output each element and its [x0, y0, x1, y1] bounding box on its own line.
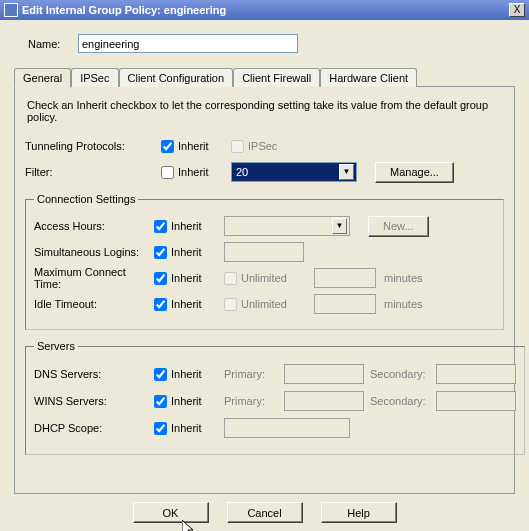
ok-button[interactable]: OK	[133, 502, 209, 523]
wins-secondary-label: Secondary:	[370, 395, 436, 407]
simul-inherit-checkbox[interactable]: Inherit	[154, 246, 224, 259]
filter-label: Filter:	[25, 166, 161, 178]
tabs: General IPSec Client Configuration Clien…	[14, 67, 515, 86]
dhcp-input	[224, 418, 350, 438]
maxconn-inherit-checkbox[interactable]: Inherit	[154, 272, 224, 285]
simul-logins-label: Simultaneous Logins:	[34, 246, 154, 258]
maxconn-input	[314, 268, 376, 288]
idle-unlimited-checkbox: Unlimited	[224, 298, 314, 311]
idle-input	[314, 294, 376, 314]
tab-general[interactable]: General	[14, 68, 71, 88]
help-button[interactable]: Help	[321, 502, 397, 523]
dns-secondary-input	[436, 364, 516, 384]
idle-inherit-checkbox[interactable]: Inherit	[154, 298, 224, 311]
wins-primary-label: Primary:	[224, 395, 284, 407]
idle-label: Idle Timeout:	[34, 298, 154, 310]
manage-button[interactable]: Manage...	[375, 162, 454, 183]
chevron-down-icon: ▼	[332, 218, 347, 234]
dns-primary-label: Primary:	[224, 368, 284, 380]
cancel-button[interactable]: Cancel	[227, 502, 303, 523]
dns-inherit-checkbox[interactable]: Inherit	[154, 368, 224, 381]
instruction-text: Check an Inherit checkbox to let the cor…	[27, 99, 504, 123]
close-icon[interactable]: X	[509, 3, 525, 17]
maxconn-unit: minutes	[384, 272, 434, 284]
simul-logins-input	[224, 242, 304, 262]
maxconn-label: Maximum Connect Time:	[34, 266, 154, 290]
tabpanel-general: Check an Inherit checkbox to let the cor…	[14, 86, 515, 494]
tab-client-firewall[interactable]: Client Firewall	[233, 68, 320, 87]
wins-label: WINS Servers:	[34, 395, 154, 407]
dhcp-label: DHCP Scope:	[34, 422, 154, 434]
maxconn-unlimited-checkbox: Unlimited	[224, 272, 314, 285]
titlebar: Edit Internal Group Policy: engineering …	[0, 0, 529, 20]
tunneling-label: Tunneling Protocols:	[25, 140, 161, 152]
servers-group: Servers DNS Servers: Inherit Primary: Se…	[25, 340, 525, 455]
window-title: Edit Internal Group Policy: engineering	[22, 4, 509, 16]
access-hours-label: Access Hours:	[34, 220, 154, 232]
idle-unit: minutes	[384, 298, 434, 310]
tunneling-inherit-checkbox[interactable]: Inherit	[161, 140, 231, 153]
connection-settings-group: Connection Settings Access Hours: Inheri…	[25, 193, 504, 330]
access-inherit-checkbox[interactable]: Inherit	[154, 220, 224, 233]
filter-inherit-checkbox[interactable]: Inherit	[161, 166, 231, 179]
dns-secondary-label: Secondary:	[370, 368, 436, 380]
dns-label: DNS Servers:	[34, 368, 154, 380]
dhcp-inherit-checkbox[interactable]: Inherit	[154, 422, 224, 435]
footer-buttons: OK Cancel Help	[14, 494, 515, 529]
wins-primary-input	[284, 391, 364, 411]
chevron-down-icon: ▼	[339, 164, 354, 180]
wins-inherit-checkbox[interactable]: Inherit	[154, 395, 224, 408]
tab-client-config[interactable]: Client Configuration	[119, 68, 234, 87]
name-label: Name:	[28, 38, 78, 50]
name-input[interactable]	[78, 34, 298, 53]
app-icon	[4, 3, 18, 17]
filter-select[interactable]: 20 ▼	[231, 162, 357, 182]
tunneling-ipsec-checkbox: IPSec	[231, 140, 321, 153]
access-hours-select: ▼	[224, 216, 350, 236]
servers-legend: Servers	[34, 340, 78, 352]
tab-ipsec[interactable]: IPSec	[71, 68, 118, 87]
new-button: New...	[368, 216, 429, 237]
connection-legend: Connection Settings	[34, 193, 138, 205]
wins-secondary-input	[436, 391, 516, 411]
dns-primary-input	[284, 364, 364, 384]
tab-hardware-client[interactable]: Hardware Client	[320, 68, 417, 87]
